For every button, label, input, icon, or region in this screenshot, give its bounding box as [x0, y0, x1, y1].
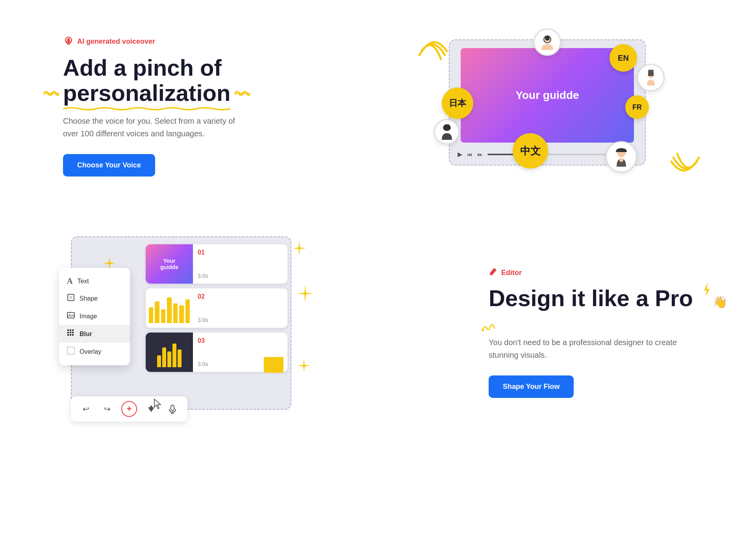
badge-editor-text: Editor [501, 269, 522, 277]
svg-rect-17 [70, 329, 71, 331]
clip-01-label: Yourguidde [160, 258, 178, 270]
context-menu: A Text Shape Image [59, 268, 130, 365]
avatar-right [637, 64, 665, 91]
clip-02: 02 3.0s [146, 288, 287, 328]
svg-rect-24 [72, 334, 74, 336]
clip-02-number: 02 [198, 293, 283, 300]
svg-rect-1 [67, 38, 70, 42]
cursor-icon [154, 398, 161, 412]
video-screen: Your guidde [461, 48, 634, 143]
prev-icon[interactable]: ⏮ [467, 151, 472, 158]
clip-02-chart [146, 288, 193, 328]
svg-point-32 [482, 329, 484, 331]
title-line1: Add a pinch of [63, 55, 222, 80]
subtitle: Choose the voice for you. Select from a … [63, 115, 252, 140]
wifi-signal-bottom-right-icon [669, 150, 701, 181]
svg-rect-26 [171, 405, 174, 411]
design-pro-content: Editor 👋 Design it like a Pro You don [489, 236, 693, 398]
editor-illustration: A Text Shape Image [63, 236, 315, 433]
sparkle-top-right-icon [291, 240, 307, 258]
menu-label-image: Image [80, 313, 97, 320]
clip-01-duration: 3.0s [198, 273, 283, 279]
blur-menu-icon [67, 329, 75, 339]
toolbar: ↩ ↪ + [71, 396, 187, 422]
menu-label-blur: Blur [80, 331, 92, 338]
svg-rect-8 [648, 70, 654, 76]
play-icon[interactable]: ▶ [458, 151, 462, 158]
sparkle-bottom-icon [297, 359, 311, 374]
design-subtitle: You don't need to be a professional desi… [489, 336, 678, 361]
pencil-icon [489, 268, 498, 278]
badge-voiceover: AI generated voiceover [63, 36, 252, 47]
menu-item-text[interactable]: A Text [59, 273, 130, 290]
svg-rect-14 [67, 312, 74, 318]
redo-button[interactable]: ↪ [100, 402, 114, 416]
next-icon[interactable]: ⏭ [477, 151, 483, 158]
lang-badge-cn: 中文 [513, 133, 548, 169]
title-line2: personalization [63, 80, 230, 106]
lang-badge-fr: FR [625, 95, 649, 119]
avatar-left [434, 119, 460, 145]
lightning-icon [701, 282, 713, 297]
timeline-area: Yourguidde 01 3.0s [146, 244, 287, 377]
clip-01-info: 01 3.0s [193, 244, 287, 284]
svg-rect-22 [67, 334, 69, 336]
clip-01-number: 01 [198, 249, 283, 256]
svg-point-13 [69, 296, 72, 299]
lang-badge-jp: 日本 [442, 87, 473, 119]
left-content: AI generated voiceover Add a pinch of pe… [63, 36, 252, 177]
design-title: Design it like a Pro [489, 286, 693, 311]
lang-badge-en: EN [610, 44, 637, 72]
sparkle-mid-right-icon [295, 284, 315, 305]
clip-03-chart [146, 333, 193, 372]
svg-point-6 [545, 36, 550, 41]
design-title-container: 👋 Design it like a Pro [489, 286, 693, 320]
clip-01-thumb: Yourguidde [146, 244, 193, 284]
clip-03: 03 3.0s [146, 333, 287, 372]
svg-text:👋: 👋 [713, 295, 728, 309]
bottom-section: A Text Shape Image [0, 221, 756, 465]
clip-02-info: 02 3.0s [193, 288, 287, 328]
overlay-menu-icon [67, 347, 75, 357]
video-card: Your guidde ▶ ⏮ ⏭ [449, 39, 646, 165]
menu-item-shape[interactable]: Shape [59, 290, 130, 307]
top-section: AI generated voiceover Add a pinch of pe… [0, 0, 756, 221]
svg-rect-16 [67, 329, 69, 331]
svg-rect-21 [72, 332, 74, 333]
voice-illustration: Your guidde ▶ ⏮ ⏭ [425, 24, 693, 189]
clip-03-number: 03 [198, 337, 283, 344]
svg-rect-23 [70, 334, 71, 336]
clip-02-duration: 3.0s [198, 317, 283, 323]
avatar-bottom-right [606, 141, 637, 173]
choose-voice-button[interactable]: Choose Your Voice [63, 154, 155, 177]
menu-item-blur[interactable]: Blur [59, 325, 130, 343]
hand-icon: 👋 [713, 294, 728, 309]
clip-01: Yourguidde 01 3.0s [146, 244, 287, 284]
avatar-top [534, 28, 561, 56]
undo-button[interactable]: ↩ [79, 402, 93, 416]
mic-button[interactable] [165, 402, 180, 416]
svg-rect-19 [67, 332, 69, 333]
svg-rect-18 [72, 329, 74, 331]
svg-rect-25 [67, 347, 74, 354]
badge-text: AI generated voiceover [77, 37, 155, 46]
page-container: AI generated voiceover Add a pinch of pe… [0, 0, 756, 550]
wavy-deco-icon [481, 320, 504, 332]
menu-label-shape: Shape [80, 295, 98, 302]
svg-rect-20 [70, 332, 71, 333]
menu-item-overlay[interactable]: Overlay [59, 343, 130, 360]
wifi-signal-top-left-icon [417, 32, 449, 63]
menu-label-overlay: Overlay [80, 348, 101, 355]
menu-item-image[interactable]: Image [59, 307, 130, 325]
title-line2-wrapper: personalization [63, 80, 230, 106]
svg-point-11 [619, 158, 623, 162]
shape-menu-icon [67, 294, 75, 303]
main-title: Add a pinch of personalization [63, 55, 252, 106]
text-menu-icon: A [67, 277, 72, 286]
microphone-icon [63, 36, 74, 47]
add-button[interactable]: + [121, 401, 137, 417]
badge-editor: Editor [489, 268, 693, 278]
shape-flow-button[interactable]: Shape Your Flow [489, 375, 574, 398]
menu-label-text: Text [77, 278, 89, 285]
image-menu-icon [67, 311, 75, 321]
